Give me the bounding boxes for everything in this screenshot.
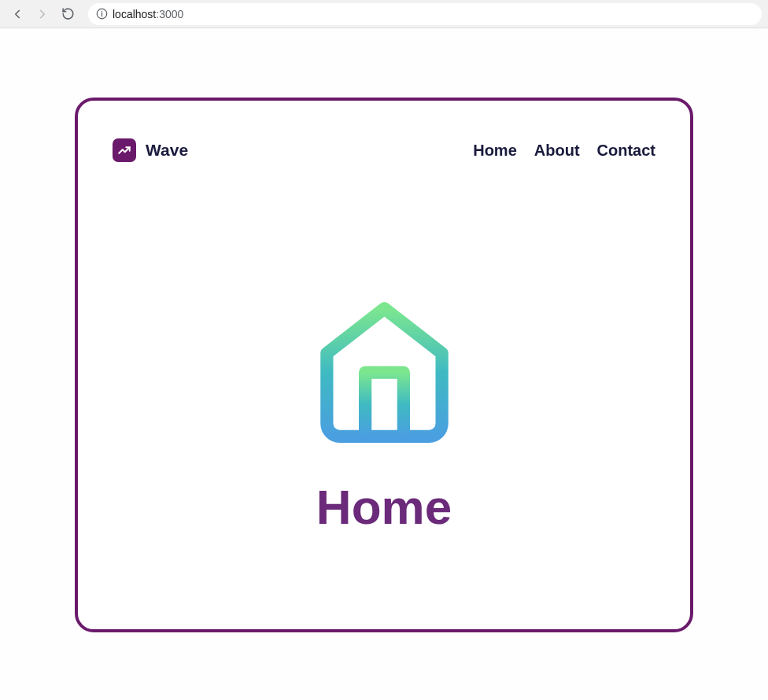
main-card: Wave Home About Contact xyxy=(75,98,693,632)
nav-link-about[interactable]: About xyxy=(534,142,580,160)
main-content: Home xyxy=(113,296,655,535)
nav-links: Home About Contact xyxy=(473,142,655,160)
url-host: localhost xyxy=(113,8,156,20)
nav-link-home[interactable]: Home xyxy=(473,142,517,160)
brand-logo-icon xyxy=(113,138,136,162)
address-bar[interactable]: localhost:3000 xyxy=(88,3,762,25)
forward-button[interactable] xyxy=(31,3,54,25)
nav-link-contact[interactable]: Contact xyxy=(597,142,655,160)
browser-toolbar: localhost:3000 xyxy=(0,0,768,28)
reload-button[interactable] xyxy=(57,3,79,25)
page-content: Wave Home About Contact xyxy=(0,28,768,700)
home-icon xyxy=(308,296,461,449)
page-title: Home xyxy=(316,479,452,535)
url-port: :3000 xyxy=(156,8,183,20)
header: Wave Home About Contact xyxy=(113,138,655,162)
brand-name: Wave xyxy=(146,141,188,160)
url-text: localhost:3000 xyxy=(113,8,183,20)
brand[interactable]: Wave xyxy=(113,138,188,162)
info-icon xyxy=(96,8,108,20)
back-button[interactable] xyxy=(6,3,28,25)
